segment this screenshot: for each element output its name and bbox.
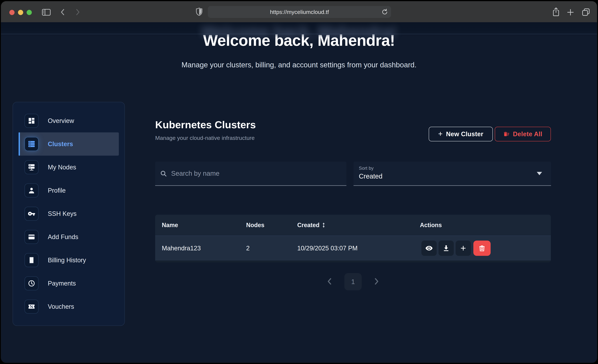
sort-value: Created [359,173,382,180]
sort-label: Sort by [359,165,374,171]
sidebar-item-label: Profile [48,187,66,194]
sidebar-item-label: Clusters [48,141,73,148]
payments-icon [25,276,39,290]
caret-down-icon [537,172,542,175]
add-funds-icon [25,230,39,244]
view-cluster-button[interactable] [421,240,437,256]
chevron-right-icon [373,278,380,285]
sidebar-item-label: Payments [48,280,76,287]
table-row: Mahendra123 2 10/29/2025 03:07 PM [155,236,551,260]
ssh-keys-icon [25,207,39,221]
vouchers-icon [25,300,39,314]
reload-icon[interactable] [381,8,388,16]
minimize-window-button[interactable] [18,10,23,15]
column-header-nodes: Nodes [246,222,264,229]
hero-title-glow: Welcome back, Mahendra! [1,23,597,41]
sidebar-item-payments[interactable]: Payments [19,272,119,295]
browser-toolbar: https://myceliumcloud.tf [1,1,597,22]
zoom-window-button[interactable] [26,10,32,15]
sidebar-item-add-funds[interactable]: Add Funds [19,225,119,248]
search-icon [160,170,167,177]
welcome-subtitle: Manage your clusters, billing, and accou… [1,61,597,69]
delete-cluster-button[interactable] [473,240,491,256]
delete-all-label: Delete All [513,131,542,138]
cluster-name: Mahendra123 [162,245,201,252]
cluster-nodes: 2 [246,245,250,252]
share-icon[interactable] [552,7,560,17]
column-header-created[interactable]: Created [297,222,326,229]
delete-sweep-icon [503,131,510,137]
my-nodes-icon [25,160,39,174]
sidebar-item-label: Overview [48,117,74,124]
column-header-name: Name [162,222,178,229]
search-input[interactable] [171,170,342,177]
overview-icon [25,114,39,128]
clusters-icon [25,137,39,151]
sidebar-item-vouchers[interactable]: Vouchers [19,295,119,318]
sidebar-item-profile[interactable]: Profile [19,179,119,202]
page-number: 1 [351,278,355,286]
chevron-left-icon [326,278,333,285]
new-cluster-button[interactable]: + New Cluster [429,127,493,141]
search-field [155,162,346,186]
add-node-button[interactable] [456,240,471,256]
page-number-button[interactable]: 1 [344,273,362,290]
new-cluster-label: New Cluster [446,131,483,138]
next-page-button[interactable] [373,278,380,285]
sort-arrows-icon [322,223,326,228]
sidebar-toggle-icon[interactable] [42,9,51,16]
sidebar-item-label: My Nodes [48,164,76,171]
close-window-button[interactable] [9,10,15,15]
sidebar-item-my-nodes[interactable]: My Nodes [19,156,119,179]
sidebar: Overview Clusters [13,102,125,326]
sidebar-item-label: Vouchers [48,303,74,310]
new-tab-icon[interactable] [566,8,575,16]
page-title: Kubernetes Clusters [155,119,256,131]
cluster-created: 10/29/2025 03:07 PM [297,245,357,252]
tab-overview-icon[interactable] [581,8,590,17]
url-text: https://myceliumcloud.tf [270,9,329,15]
plus-icon [459,244,467,252]
forward-icon[interactable] [74,8,81,16]
sidebar-item-clusters[interactable]: Clusters [19,132,119,156]
sidebar-item-overview[interactable]: Overview [19,109,119,132]
sidebar-item-label: Add Funds [48,233,78,240]
clusters-table: Name Nodes Created Actions Mahendra123 2… [155,215,551,263]
sidebar-item-label: Billing History [48,257,86,264]
page-subtitle: Manage your cloud-native infrastructure [155,135,255,141]
column-header-actions: Actions [420,222,442,229]
created-header-label: Created [297,222,319,229]
browser-window: https://myceliumcloud.tf [1,1,597,363]
page-content: Welcome back, Mahendra! Welcome back, Ma… [1,22,597,363]
billing-history-icon [25,253,39,267]
sidebar-item-label: SSH Keys [48,210,76,217]
sidebar-item-billing-history[interactable]: Billing History [19,248,119,272]
previous-page-button[interactable] [326,278,333,285]
trash-icon [478,244,486,252]
url-bar[interactable]: https://myceliumcloud.tf [208,6,391,18]
sidebar-item-ssh-keys[interactable]: SSH Keys [19,202,119,225]
eye-icon [425,244,433,252]
table-header-row: Name Nodes Created Actions [155,215,551,236]
delete-all-button[interactable]: Delete All [495,127,551,141]
download-kubeconfig-button[interactable] [439,240,454,256]
privacy-shield-icon[interactable] [196,8,203,17]
download-icon [442,244,450,252]
back-icon[interactable] [59,8,66,16]
sort-dropdown[interactable]: Sort by Created [354,162,551,186]
profile-icon [25,183,39,198]
plus-icon: + [438,129,443,138]
